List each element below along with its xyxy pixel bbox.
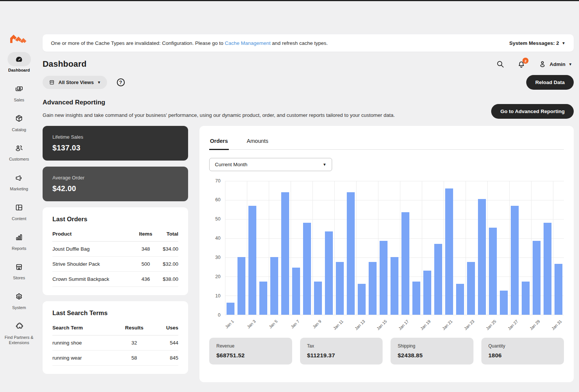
chart-bar[interactable]	[248, 206, 256, 315]
x-label-slot	[520, 315, 531, 335]
chart-bar[interactable]	[554, 264, 562, 314]
sidebar-item-find-partners[interactable]: Find Partners & Extensions	[0, 319, 38, 346]
chart-bar[interactable]	[227, 303, 234, 315]
chart-bar[interactable]	[358, 284, 366, 314]
x-label-slot	[498, 315, 509, 335]
table-row[interactable]: Strive Shoulder Pack 500 $32.00	[52, 256, 178, 271]
chart-bar[interactable]	[533, 241, 541, 314]
advanced-reporting-description: Gain new insights and take command of yo…	[43, 112, 395, 119]
x-label-slot: Jan 9	[312, 315, 323, 335]
bar-slot	[323, 181, 334, 315]
sidebar-item-sales[interactable]: Sales	[0, 82, 38, 103]
chart-bar[interactable]	[401, 212, 409, 314]
chart-summary-cards: Revenue $68751.52 Tax $11219.37 Shipping…	[209, 338, 564, 364]
store-view-switcher[interactable]: All Store Views ▼	[43, 76, 107, 89]
storefront-icon	[8, 260, 31, 274]
help-icon[interactable]: ?	[117, 78, 125, 86]
sidebar-item-marketing[interactable]: Marketing	[0, 171, 38, 192]
bar-slot	[280, 181, 291, 315]
chart-bar[interactable]	[434, 244, 442, 315]
admin-account-menu[interactable]: Admin ▼	[538, 60, 572, 68]
x-axis-label: Jan 7	[290, 319, 300, 329]
chart-bar[interactable]	[369, 262, 377, 314]
sidebar-item-system[interactable]: System	[0, 289, 38, 311]
gauge-icon	[8, 52, 31, 66]
chart-bar[interactable]	[325, 231, 333, 315]
chart-bar[interactable]	[445, 188, 453, 315]
sidebar-item-stores[interactable]: Stores	[0, 260, 38, 281]
bar-slot	[269, 181, 280, 315]
chart-bar[interactable]	[292, 268, 300, 314]
chart-bar[interactable]	[511, 206, 519, 315]
chart-bar[interactable]	[259, 282, 267, 315]
dashboard-toolbar: All Store Views ▼ ? Reload Data	[43, 75, 574, 90]
search-icon[interactable]	[496, 60, 504, 68]
sidebar-item-customers[interactable]: Customers	[0, 141, 38, 162]
bar-slot	[225, 181, 236, 315]
table-row[interactable]: running wear 58 845	[52, 350, 178, 365]
x-label-slot: Jan 13	[356, 315, 367, 335]
bar-slot	[389, 181, 400, 315]
advanced-reporting-title: Advanced Reporting	[43, 99, 395, 106]
y-axis-tick: 40	[215, 236, 221, 241]
column-header: Items	[136, 227, 156, 242]
chart-bar[interactable]	[391, 257, 398, 314]
chart-bar[interactable]	[456, 284, 464, 314]
date-range-select[interactable]: Current Month ▼	[209, 158, 332, 171]
storefront-icon	[49, 79, 55, 86]
x-label-slot: Jan 11	[334, 315, 345, 335]
table-row[interactable]: Crown Summit Backpack 436 $38.00	[52, 271, 178, 286]
left-column: Lifetime Sales $137.03 Average Order $42…	[43, 126, 188, 374]
chart-bar[interactable]	[500, 291, 508, 314]
sidebar-item-reports[interactable]: Reports	[0, 230, 38, 251]
sidebar-item-catalog[interactable]: Catalog	[0, 112, 38, 133]
revenue-card: Revenue $68751.52	[209, 338, 292, 364]
bar-slot	[334, 181, 345, 315]
table-header-row: Product Items Total	[52, 227, 178, 242]
tab-amounts[interactable]: Amounts	[246, 135, 269, 149]
chart-y-axis: 010203040506070	[209, 181, 225, 315]
system-messages-toggle[interactable]: System Messages: 2 ▼	[509, 40, 565, 46]
notifications-bell-icon[interactable]: 2	[517, 60, 525, 68]
quantity-label: Quantity	[489, 343, 557, 349]
items-cell: 436	[136, 271, 156, 286]
table-row[interactable]: Joust Duffle Bag 348 $34.00	[52, 241, 178, 256]
chart-bar[interactable]	[270, 257, 278, 314]
tax-card: Tax $11219.37	[300, 338, 383, 364]
bar-slot	[411, 181, 422, 315]
bar-slot	[476, 181, 487, 315]
sidebar-item-content[interactable]: Content	[0, 201, 38, 222]
chart-bar[interactable]	[281, 192, 289, 315]
chart-bar[interactable]	[544, 223, 551, 314]
chart-bar[interactable]	[467, 262, 475, 314]
bar-slot	[236, 181, 247, 315]
chart-bar[interactable]	[303, 223, 311, 314]
chart-bars	[225, 181, 564, 315]
chart-bar[interactable]	[412, 282, 420, 315]
gear-icon	[8, 289, 31, 304]
chart-bar[interactable]	[336, 262, 344, 314]
chevron-down-icon: ▼	[568, 62, 572, 66]
column-header: Product	[52, 227, 136, 242]
table-row[interactable]: running shoe 32 544	[52, 335, 178, 350]
cache-management-link[interactable]: Cache Management	[225, 40, 271, 46]
chart-bar[interactable]	[489, 228, 497, 315]
chart-bar[interactable]	[380, 241, 388, 314]
message-text: One or more of the Cache Types are inval…	[51, 40, 225, 46]
chart-bar[interactable]	[522, 282, 530, 315]
chart-bar[interactable]	[478, 199, 486, 315]
magento-logo[interactable]	[9, 33, 29, 47]
chart-bar[interactable]	[237, 257, 245, 314]
last-orders-title: Last Orders	[52, 216, 178, 223]
chart-bar[interactable]	[314, 282, 322, 315]
cache-invalidated-message: One or more of the Cache Types are inval…	[51, 40, 328, 46]
sidebar-item-dashboard[interactable]: Dashboard	[0, 52, 38, 73]
chart-bar[interactable]	[347, 192, 355, 315]
uses-cell: 845	[153, 350, 178, 365]
x-axis-label: Jan 5	[268, 319, 279, 329]
reload-data-button[interactable]: Reload Data	[526, 75, 574, 90]
go-to-advanced-reporting-button[interactable]: Go to Advanced Reporting	[491, 104, 574, 119]
chart-bar[interactable]	[423, 271, 431, 315]
tab-orders[interactable]: Orders	[209, 135, 229, 150]
megaphone-icon	[8, 171, 31, 185]
